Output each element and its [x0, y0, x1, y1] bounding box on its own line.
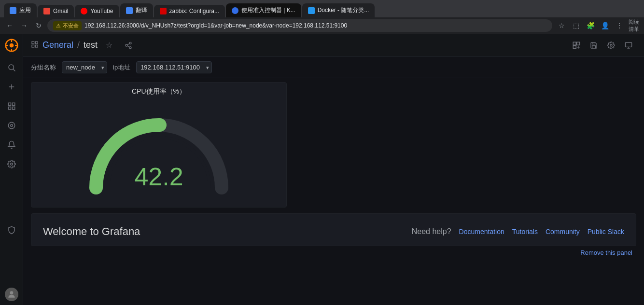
svg-rect-12: [8, 107, 11, 110]
breadcrumb-separator: /: [77, 40, 80, 50]
svg-point-14: [8, 122, 15, 129]
svg-rect-29: [573, 45, 576, 48]
user-avatar[interactable]: [5, 288, 18, 301]
reload-button[interactable]: ↻: [33, 20, 44, 31]
topbar-grid-icon: [31, 41, 39, 50]
gauge-value-text: 42.2: [134, 163, 183, 191]
sidebar-item-add[interactable]: [3, 78, 20, 96]
url-text: 192.168.112.26:3000/d/v_NHUsh7z/test?org…: [84, 22, 546, 29]
tab-label-apps: 应用: [19, 6, 31, 14]
job-variable-select[interactable]: new_node: [62, 61, 107, 73]
bookmark-star-button[interactable]: ☆: [555, 19, 568, 32]
tab-favicon-apps: [10, 7, 16, 14]
tab-favicon-docker: [308, 7, 315, 14]
sidebar-item-search[interactable]: [3, 59, 20, 76]
svg-point-17: [10, 291, 13, 294]
welcome-title: Welcome to Grafana: [43, 225, 140, 238]
browser-toolbar: ← → ↻ ⚠ 不安全 192.168.112.26:3000/d/v_NHUs…: [0, 17, 644, 34]
documentation-link[interactable]: Documentation: [459, 228, 504, 236]
tab-label-gmail: Gmail: [53, 8, 68, 14]
dashboard-settings-button[interactable]: [603, 38, 619, 53]
tab-label-zabbix: zabbix: Configura...: [169, 8, 219, 14]
forward-button[interactable]: →: [18, 20, 30, 31]
url-bar[interactable]: ⚠ 不安全 192.168.112.26:3000/d/v_NHUsh7z/te…: [47, 19, 552, 32]
cycle-view-button[interactable]: [621, 38, 636, 53]
star-button[interactable]: ☆: [101, 38, 117, 53]
topbar-title: General / test: [42, 40, 98, 50]
community-link[interactable]: Community: [546, 228, 580, 236]
browser-tab-active[interactable]: 使用准入控制器 | K...: [226, 3, 301, 17]
grafana-logo[interactable]: [4, 38, 19, 53]
tab-favicon-gmail: [43, 8, 50, 14]
sidebar-item-alerting[interactable]: [3, 136, 20, 153]
sidebar: [0, 34, 23, 305]
svg-rect-20: [32, 45, 34, 47]
add-panel-button[interactable]: [569, 38, 584, 53]
reader-button[interactable]: 阅读清单: [628, 19, 640, 32]
browser-tab-docker[interactable]: Docker - 随笔分类...: [302, 3, 375, 17]
svg-rect-10: [8, 103, 11, 105]
node-variable-label: ip地址: [113, 63, 130, 72]
cpu-panel-title: CPU使用率（%）: [31, 83, 286, 96]
svg-point-1: [9, 43, 14, 48]
svg-point-6: [9, 65, 14, 70]
menu-button[interactable]: ⋮: [613, 19, 626, 32]
gauge-svg: 42.2: [82, 101, 236, 202]
tab-favicon-translate: [126, 7, 133, 14]
tutorials-link[interactable]: Tutorials: [512, 228, 538, 236]
screenshot-button[interactable]: ⬚: [570, 19, 582, 32]
browser-tabs: 应用 Gmail YouTube 翻译 zabbix: Configura...…: [0, 0, 644, 17]
breadcrumb-parent[interactable]: General: [42, 40, 73, 50]
svg-rect-13: [12, 107, 14, 110]
svg-point-16: [10, 163, 13, 166]
tab-label-translate: 翻译: [136, 6, 147, 14]
tab-favicon-youtube: [81, 8, 87, 14]
share-button[interactable]: [121, 38, 136, 53]
sidebar-item-explore[interactable]: [3, 117, 20, 134]
public-slack-link[interactable]: Public Slack: [588, 228, 624, 236]
security-badge: ⚠ 不安全: [53, 21, 82, 30]
svg-point-22: [129, 42, 131, 44]
sidebar-item-shield[interactable]: [3, 222, 20, 239]
cpu-panel: CPU使用率（%） 42.2: [31, 82, 287, 208]
svg-line-7: [13, 69, 15, 71]
job-variable-label: 分组名称: [31, 63, 56, 72]
topbar: General / test ☆: [23, 34, 644, 57]
profile-button[interactable]: 👤: [599, 19, 611, 32]
gauge-container: 42.2: [31, 96, 286, 207]
svg-rect-21: [35, 45, 38, 47]
sidebar-item-dashboards[interactable]: [3, 97, 20, 115]
browser-tab-1[interactable]: 应用: [4, 3, 37, 17]
svg-point-32: [610, 44, 612, 46]
extensions-button[interactable]: 🧩: [584, 19, 597, 32]
svg-rect-28: [577, 42, 580, 45]
sidebar-item-settings[interactable]: [3, 155, 20, 173]
node-variable-select[interactable]: 192.168.112.51:9100: [136, 61, 212, 73]
browser-tab-translate[interactable]: 翻译: [120, 3, 153, 17]
tab-label-docker: Docker - 随笔分类...: [318, 6, 369, 14]
remove-panel-button[interactable]: Remove this panel: [576, 247, 636, 260]
variable-bar: 分组名称 new_node ip地址 192.168.112.51:9100: [23, 57, 644, 78]
remove-panel-area: Remove this panel: [31, 246, 636, 257]
tab-favicon-k8s: [232, 7, 238, 14]
svg-rect-11: [12, 103, 14, 105]
browser-tab-zabbix[interactable]: zabbix: Configura...: [154, 5, 225, 17]
tab-favicon-zabbix: [160, 8, 167, 14]
back-button[interactable]: ←: [4, 20, 15, 31]
app: General / test ☆: [0, 34, 644, 305]
browser-chrome: 应用 Gmail YouTube 翻译 zabbix: Configura...…: [0, 0, 644, 34]
svg-rect-27: [573, 42, 576, 45]
tab-label-active: 使用准入控制器 | K...: [241, 6, 295, 14]
browser-tab-gmail[interactable]: Gmail: [38, 5, 74, 17]
help-label: Need help?: [412, 227, 451, 236]
tab-label-youtube: YouTube: [90, 8, 113, 14]
svg-line-26: [127, 43, 130, 45]
help-section: Need help? Documentation Tutorials Commu…: [412, 227, 624, 236]
save-button[interactable]: [586, 38, 602, 53]
toolbar-icons: ☆ ⬚ 🧩 👤 ⋮ 阅读清单: [555, 19, 640, 32]
node-variable-wrap: 192.168.112.51:9100: [136, 61, 212, 73]
svg-rect-18: [32, 42, 34, 44]
browser-tab-youtube[interactable]: YouTube: [75, 5, 119, 17]
svg-point-15: [10, 125, 13, 127]
security-label: 不安全: [63, 22, 79, 29]
